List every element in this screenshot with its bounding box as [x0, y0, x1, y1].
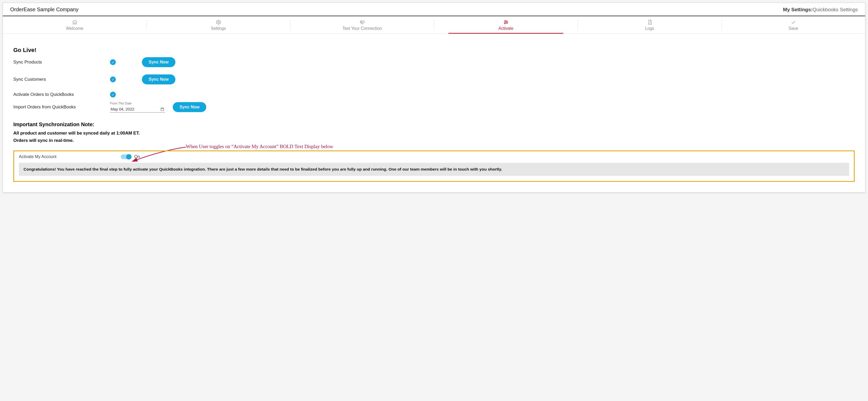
tab-test-connection[interactable]: Test Your Connection	[290, 16, 434, 33]
activate-highlight-box: Activate My Account On Congratulations! …	[13, 151, 855, 182]
company-name: OrderEase Sample Company	[10, 6, 79, 12]
svg-point-4	[506, 22, 507, 23]
sync-note-heading: Important Synchronization Note:	[13, 122, 855, 128]
breadcrumb-page: Quickbooks Settings	[813, 7, 858, 12]
tab-logs[interactable]: Logs	[578, 16, 721, 33]
activate-account-toggle[interactable]	[121, 155, 131, 159]
sync-products-button[interactable]: Sync Now	[142, 57, 175, 67]
row-sync-customers: Sync Customers ✓ Sync Now	[13, 74, 855, 85]
breadcrumb: My Settings:Quickbooks Settings	[783, 7, 858, 12]
gear-icon	[216, 19, 221, 25]
file-icon	[647, 19, 653, 25]
tab-label: Test Your Connection	[342, 26, 382, 31]
sync-customers-button[interactable]: Sync Now	[142, 74, 175, 85]
go-live-heading: Go Live!	[13, 47, 855, 54]
import-orders-sync-button[interactable]: Sync Now	[173, 102, 206, 112]
row-sync-products: Sync Products ✓ Sync Now	[13, 57, 855, 67]
breadcrumb-section: My Settings:	[783, 7, 813, 12]
svg-point-2	[505, 21, 506, 22]
row-import-orders: Import Orders from QuickBooks From This …	[13, 102, 855, 112]
home-icon	[72, 19, 78, 25]
congrats-message: Congratulations! You have reached the fi…	[19, 163, 849, 176]
row-activate-orders: Activate Orders to QuickBooks ✓	[13, 92, 855, 97]
calendar-icon	[160, 107, 164, 111]
sync-note-line2: Orders will sync in real-time.	[13, 138, 855, 143]
sync-customers-label: Sync Customers	[13, 77, 110, 82]
from-date-field[interactable]: From This Date May 04, 2022	[110, 102, 165, 112]
from-date-label: From This Date	[110, 102, 165, 105]
sync-products-label: Sync Products	[13, 60, 110, 65]
heart-pulse-icon	[360, 19, 365, 25]
tab-bar: Welcome Settings Test Your Connection Ac…	[3, 16, 865, 34]
content-area: Go Live! Sync Products ✓ Sync Now Sync C…	[3, 34, 865, 192]
tab-save[interactable]: Save	[722, 16, 865, 33]
tab-label: Activate	[498, 26, 513, 31]
title-bar: OrderEase Sample Company My Settings:Qui…	[3, 3, 865, 16]
sliders-icon	[503, 19, 509, 25]
svg-point-0	[218, 22, 219, 23]
activate-account-row: Activate My Account On	[19, 155, 849, 159]
tab-label: Settings	[211, 26, 226, 31]
tab-label: Welcome	[66, 26, 83, 31]
tab-label: Logs	[645, 26, 654, 31]
annotation-text: When User toggles on “Activate My Accoun…	[186, 144, 333, 149]
check-icon: ✓	[110, 92, 116, 97]
check-icon: ✓	[110, 76, 116, 82]
from-date-value: May 04, 2022	[111, 107, 134, 111]
tab-activate[interactable]: Activate	[434, 16, 578, 33]
svg-point-6	[504, 23, 505, 24]
tab-settings[interactable]: Settings	[147, 16, 290, 33]
check-icon: ✓	[110, 59, 116, 65]
toggle-state: On	[134, 155, 140, 159]
tab-welcome[interactable]: Welcome	[3, 16, 146, 33]
tab-label: Save	[788, 26, 798, 31]
sync-note-line1: All product and customer will be synced …	[13, 131, 855, 136]
import-orders-label: Import Orders from QuickBooks	[13, 104, 110, 110]
activate-account-label: Activate My Account	[19, 155, 121, 159]
settings-window: OrderEase Sample Company My Settings:Qui…	[3, 3, 865, 193]
activate-orders-label: Activate Orders to QuickBooks	[13, 92, 110, 97]
svg-rect-9	[161, 108, 164, 111]
check-icon	[790, 19, 796, 25]
from-date-input[interactable]: May 04, 2022	[110, 106, 165, 112]
